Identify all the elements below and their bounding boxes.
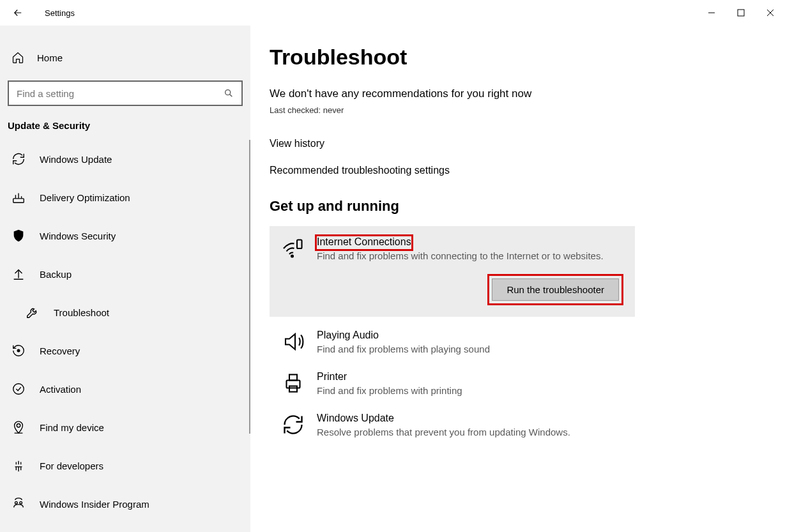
sidebar-item-windows-security[interactable]: Windows Security (0, 217, 250, 255)
sidebar-item-troubleshoot[interactable]: Troubleshoot (0, 293, 250, 331)
svg-rect-13 (289, 386, 297, 392)
sidebar-item-activation[interactable]: Activation (0, 370, 250, 408)
sidebar-item-label: Windows Security (40, 231, 116, 241)
last-checked-text: Last checked: never (270, 105, 785, 115)
troubleshooter-desc: Resolve problems that prevent you from u… (317, 425, 623, 439)
printer-icon (281, 371, 305, 395)
optimize-icon (11, 190, 26, 204)
home-label: Home (37, 52, 63, 63)
dev-icon (11, 459, 26, 473)
svg-rect-1 (738, 10, 744, 16)
sidebar-item-label: Recovery (40, 346, 80, 356)
search-input[interactable] (17, 88, 224, 99)
insider-icon (11, 497, 26, 511)
troubleshooter-desc: Find and fix problems with printing (317, 384, 623, 397)
highlight-annotation: Run the troubleshooter (487, 274, 623, 305)
troubleshooter-title: Windows Update (317, 413, 623, 424)
back-button[interactable] (11, 6, 24, 19)
sidebar-item-delivery-optimization[interactable]: Delivery Optimization (0, 178, 250, 217)
svg-point-5 (13, 384, 24, 395)
close-button[interactable] (756, 0, 785, 26)
shield-icon (11, 229, 26, 243)
sidebar-item-find-my-device[interactable]: Find my device (0, 408, 250, 446)
sidebar: Home Update & Security Windows Update De… (0, 26, 250, 532)
main-content: Troubleshoot We don't have any recommend… (250, 26, 785, 532)
svg-point-8 (20, 501, 22, 504)
internet-icon (281, 236, 305, 261)
sidebar-item-label: Delivery Optimization (40, 192, 130, 203)
home-nav-item[interactable]: Home (0, 43, 250, 72)
svg-rect-12 (289, 375, 297, 381)
svg-point-4 (17, 349, 20, 352)
sidebar-item-label: Windows Update (40, 154, 112, 165)
recommendation-text: We don't have any recommendations for yo… (270, 87, 785, 100)
sync-icon (11, 152, 26, 166)
troubleshooter-desc: Find and fix problems with playing sound (317, 342, 623, 356)
view-history-link[interactable]: View history (270, 138, 785, 149)
svg-rect-9 (297, 240, 302, 249)
recovery-icon (11, 344, 26, 358)
troubleshooter-title: Playing Audio (317, 330, 623, 341)
sidebar-item-backup[interactable]: Backup (0, 255, 250, 293)
sidebar-item-recovery[interactable]: Recovery (0, 331, 250, 370)
sync-icon (281, 413, 305, 437)
sidebar-item-label: Windows Insider Program (40, 499, 149, 510)
sidebar-item-label: Find my device (40, 422, 104, 433)
troubleshooter-item-printer[interactable]: Printer Find and fix problems with print… (270, 363, 635, 405)
troubleshooter-title: Printer (317, 371, 623, 383)
search-box[interactable] (8, 80, 243, 106)
titlebar: Settings (0, 0, 785, 26)
check-icon (11, 382, 26, 396)
run-troubleshooter-button[interactable]: Run the troubleshooter (492, 278, 619, 301)
sidebar-section-title: Update & Security (0, 106, 250, 140)
backup-icon (11, 267, 26, 281)
minimize-button[interactable] (697, 0, 726, 26)
search-icon (224, 88, 234, 98)
location-icon (11, 420, 26, 434)
sidebar-item-label: For developers (40, 460, 103, 471)
app-title: Settings (45, 8, 75, 18)
wrench-icon (26, 305, 40, 319)
window-controls (697, 0, 785, 26)
home-icon (11, 51, 24, 64)
sidebar-item-windows-update[interactable]: Windows Update (0, 140, 250, 178)
troubleshooter-title: Internet Connections (317, 236, 411, 248)
page-title: Troubleshoot (270, 45, 785, 70)
svg-point-10 (291, 255, 293, 257)
svg-rect-11 (287, 381, 300, 388)
troubleshooter-desc: Find and fix problems with connecting to… (317, 249, 646, 262)
svg-rect-3 (13, 199, 24, 202)
sidebar-item-label: Troubleshoot (54, 307, 109, 318)
svg-point-2 (225, 90, 231, 95)
sidebar-item-for-developers[interactable]: For developers (0, 446, 250, 485)
sidebar-item-label: Backup (40, 269, 72, 280)
sidebar-item-windows-insider-program[interactable]: Windows Insider Program (0, 485, 250, 523)
svg-point-7 (15, 501, 18, 504)
troubleshooter-item-playing-audio[interactable]: Playing Audio Find and fix problems with… (270, 322, 635, 363)
troubleshooter-item-windows-update[interactable]: Windows Update Resolve problems that pre… (270, 405, 635, 446)
maximize-button[interactable] (726, 0, 756, 26)
recommended-settings-link[interactable]: Recommended troubleshooting settings (270, 165, 785, 176)
troubleshooter-card-internet-connections[interactable]: Internet Connections Find and fix proble… (270, 226, 635, 317)
section-heading: Get up and running (270, 198, 785, 215)
sidebar-item-label: Activation (40, 384, 81, 395)
sidebar-nav: Windows Update Delivery Optimization Win… (0, 140, 250, 523)
audio-icon (281, 330, 305, 354)
svg-point-6 (17, 424, 20, 428)
